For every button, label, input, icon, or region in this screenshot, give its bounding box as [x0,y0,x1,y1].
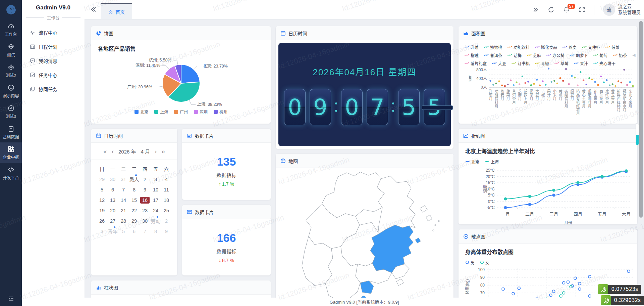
calendar-day[interactable]: 2 [161,216,172,226]
data-point[interactable] [498,80,500,82]
data-point[interactable] [627,270,630,273]
province-map[interactable] [276,168,453,306]
legend-item[interactable]: 普洱茶 [484,52,502,58]
refresh-icon[interactable] [548,6,554,13]
data-point[interactable] [594,81,596,83]
pie-chart[interactable]: 北京: 23.78%上海: 38.23%广州: 20.96%深圳: 11.45%… [91,52,271,107]
data-point[interactable] [519,83,520,85]
legend-item[interactable]: 北京 [465,159,479,165]
calendar-day[interactable]: 27 [107,216,118,226]
data-point[interactable] [516,81,518,83]
data-point[interactable] [629,81,631,83]
data-point[interactable] [578,288,581,291]
data-point[interactable] [577,85,579,86]
data-point[interactable] [568,83,570,85]
legend-item[interactable]: 青椒 [535,60,549,66]
calendar-day[interactable]: 31 [118,174,129,184]
calendar-prev-year-button[interactable]: « [103,148,107,155]
data-point[interactable] [551,81,552,83]
legend-item[interactable]: 广州 [174,109,188,115]
calendar-day[interactable]: 16 [140,195,150,205]
data-point[interactable] [530,84,532,86]
calendar-day[interactable]: 8 [150,226,161,236]
legend-item[interactable]: 话梅 [507,52,522,58]
data-point[interactable] [548,68,549,70]
rail-item-1[interactable]: 测试 [0,40,22,60]
calendar-day[interactable]: 11 [161,184,172,195]
page-scrollbar[interactable] [639,21,643,218]
app-logo[interactable] [0,0,22,19]
calendar-next-month-button[interactable]: › [155,148,157,155]
rail-item-0[interactable]: 工作台 [0,19,22,40]
calendar-day[interactable]: 15 [129,195,140,205]
data-point[interactable] [504,206,507,209]
data-point[interactable] [600,76,602,77]
data-point[interactable] [625,169,628,172]
data-point[interactable] [574,77,576,78]
legend-item[interactable]: 夹心饼干 [593,60,615,66]
calendar-day[interactable]: 24 [150,205,161,216]
calendar-day[interactable]: 21 [118,205,129,216]
rail-item-3[interactable]: 演示内容 [0,81,22,101]
data-point[interactable] [553,80,555,82]
calendar-day[interactable]: 5 [118,226,129,236]
legend-prev-icon[interactable]: ◀ [632,53,635,57]
data-point[interactable] [549,294,552,297]
data-point[interactable] [552,189,555,192]
legend-item[interactable]: 女 [480,260,489,265]
data-point[interactable] [562,281,565,284]
calendar-day[interactable]: 7 [140,226,150,236]
data-point[interactable] [556,83,558,84]
calendar-day[interactable]: 12 [97,195,107,205]
legend-item[interactable]: 深圳 [194,109,208,115]
calendar-day[interactable]: 青年 [107,226,118,236]
calendar-day[interactable]: 22 [129,205,140,216]
data-point[interactable] [612,83,613,85]
calendar-day[interactable]: 29 [129,216,140,226]
legend-item[interactable]: 办公椅 [546,52,565,58]
data-point[interactable] [632,85,634,87]
rail-item-4[interactable]: 测试3 [0,101,22,122]
line-chart[interactable]: 25°C20°C15°C10°C5°C0°C-5°C温度一月二月三月四月五月六月… [459,166,637,224]
data-point[interactable] [504,198,507,201]
legend-item[interactable]: 奶茶 [613,52,627,58]
menu-item-0[interactable]: 流程中心 [22,26,85,40]
data-point[interactable] [597,84,599,86]
legend-item[interactable]: 芝麻 [527,52,541,58]
data-point[interactable] [609,85,610,86]
calendar-day[interactable]: 19 [97,205,107,216]
calendar-day[interactable]: 6 [129,226,140,236]
legend-item[interactable]: 猕猴桃 [484,44,502,50]
data-point[interactable] [591,79,593,80]
data-point[interactable] [492,84,494,86]
data-point[interactable] [527,81,529,83]
data-point[interactable] [525,82,526,84]
data-point[interactable] [567,281,570,283]
data-point[interactable] [533,83,535,85]
pie-slice[interactable] [181,64,200,83]
data-point[interactable] [528,195,531,198]
calendar-day[interactable]: 3 [150,174,161,184]
data-point[interactable] [583,80,584,81]
legend-item[interactable]: 榴莲 [465,52,479,58]
calendar-day[interactable]: 23 [140,205,150,216]
legend-item[interactable]: 膨化食品 [535,44,557,50]
legend-item[interactable]: 上海 [154,109,168,115]
calendar-day[interactable]: 18 [161,195,172,205]
calendar-day[interactable]: 8 [129,184,140,195]
data-point[interactable] [588,295,591,297]
data-point[interactable] [528,203,531,206]
data-point[interactable] [542,80,544,82]
legend-item[interactable]: 薯片礼盒 [465,60,487,66]
rail-collapse-icon[interactable] [0,295,22,302]
data-point[interactable] [489,80,491,82]
calendar-prev-month-button[interactable]: ‹ [112,148,114,155]
data-point[interactable] [552,290,555,293]
data-point[interactable] [614,85,616,87]
rail-item-7[interactable]: 开发平台 [0,163,22,183]
data-point[interactable] [601,175,604,178]
rail-item-5[interactable]: 基础数据 [0,122,22,142]
rail-item-6[interactable]: 企业中枢 [0,142,22,163]
calendar-day[interactable]: 20 [107,205,118,216]
data-point[interactable] [495,83,497,84]
